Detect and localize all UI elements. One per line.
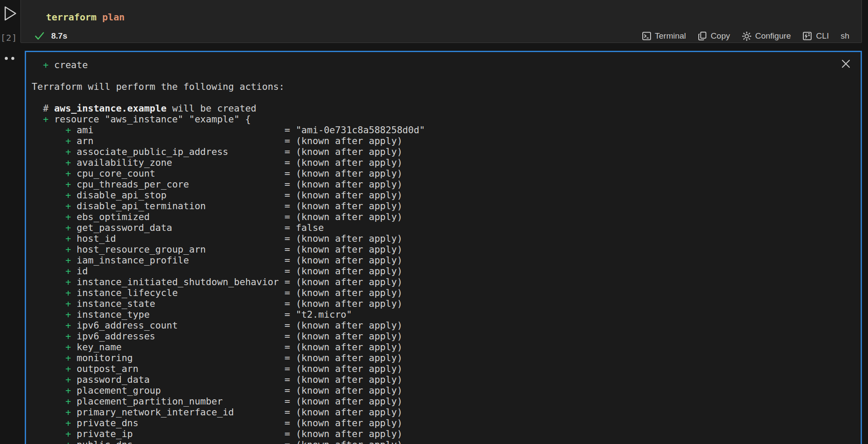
attr-name: password_data: [77, 374, 279, 385]
attr-value: false: [296, 222, 324, 233]
attr-name: private_ip: [77, 428, 279, 439]
add-symbol: +: [66, 266, 71, 276]
attr-name: get_password_data: [77, 222, 279, 233]
add-symbol: +: [66, 396, 71, 407]
attr-name: availability_zone: [77, 157, 279, 168]
tf-attr-line: + monitoring = (known after apply): [32, 352, 861, 363]
tf-attr-line: + get_password_data = false: [32, 222, 861, 233]
attr-value: (known after apply): [296, 342, 402, 352]
attr-name: monitoring: [77, 352, 279, 363]
attr-name: instance_type: [77, 309, 279, 320]
attr-value: (known after apply): [296, 190, 402, 201]
tf-attr-line: + ami = "ami-0e731c8a588258d0d": [32, 125, 861, 135]
command-line[interactable]: terraformplan: [46, 12, 130, 23]
add-symbol: +: [66, 201, 71, 211]
add-symbol: +: [66, 418, 71, 428]
attr-name: host_resource_group_arn: [77, 244, 279, 255]
tf-attr-line: + password_data = (known after apply): [32, 374, 861, 385]
tf-attr-line: + outpost_arn = (known after apply): [32, 363, 861, 374]
resource-address: aws_instance.example: [54, 103, 167, 114]
tf-attr-line: + instance_state = (known after apply): [32, 298, 861, 309]
attr-name: instance_initiated_shutdown_behavior: [77, 276, 279, 287]
tf-attr-line: + private_ip = (known after apply): [32, 428, 861, 439]
copy-button[interactable]: Copy: [698, 31, 730, 41]
tf-attr-line: + instance_type = "t2.micro": [32, 309, 861, 320]
attr-name: arn: [77, 135, 279, 146]
terminal-button-label: Terminal: [655, 31, 686, 41]
tf-blank-line: [32, 70, 861, 81]
tf-attr-line: + instance_initiated_shutdown_behavior =…: [32, 276, 861, 287]
attr-name: outpost_arn: [77, 363, 279, 374]
tf-attr-line: + ipv6_address_count = (known after appl…: [32, 320, 861, 331]
dot-icon: [11, 57, 14, 60]
add-symbol: +: [66, 146, 71, 157]
run-cell-button[interactable]: [3, 5, 18, 22]
cli-button[interactable]: CLI: [802, 31, 829, 41]
add-symbol: +: [66, 374, 71, 385]
attr-value: (known after apply): [296, 255, 402, 266]
tf-attr-line: + ebs_optimized = (known after apply): [32, 211, 861, 222]
tf-blank-line: [32, 92, 861, 103]
attr-value: (known after apply): [296, 157, 402, 168]
tf-attr-line: + placement_partition_number = (known af…: [32, 396, 861, 407]
success-check-icon: [34, 31, 45, 41]
cell-actions-dots[interactable]: [5, 57, 14, 60]
attr-value: (known after apply): [296, 407, 402, 418]
attr-value: (known after apply): [296, 396, 402, 407]
attr-value: (known after apply): [296, 168, 402, 179]
tf-attr-line: + instance_lifecycle = (known after appl…: [32, 287, 861, 298]
configure-button[interactable]: Configure: [742, 31, 791, 41]
gear-icon: [742, 31, 752, 41]
add-symbol: +: [66, 342, 71, 352]
attr-name: instance_state: [77, 298, 279, 309]
attr-name: host_id: [77, 233, 279, 244]
tf-resource-header-line: + resource "aws_instance" "example" {: [32, 114, 861, 125]
attr-value: (known after apply): [296, 146, 402, 157]
attr-name: public_dns: [77, 439, 279, 444]
attr-name: placement_partition_number: [77, 396, 279, 407]
attr-value: (known after apply): [296, 428, 402, 439]
add-symbol: +: [66, 168, 71, 179]
add-symbol: +: [66, 407, 71, 418]
tf-attr-line: + private_dns = (known after apply): [32, 418, 861, 428]
attr-value: (known after apply): [296, 276, 402, 287]
tf-attr-line: + associate_public_ip_address = (known a…: [32, 146, 861, 157]
code-cell: terraformplan 8.7s Terminal Copy: [20, 0, 862, 43]
terminal-icon: [642, 31, 651, 41]
close-output-button[interactable]: [840, 58, 852, 70]
execution-duration: 8.7s: [51, 31, 67, 41]
attr-name: associate_public_ip_address: [77, 146, 279, 157]
attr-value: (known after apply): [296, 352, 402, 363]
terminal-button[interactable]: Terminal: [642, 31, 686, 41]
attr-name: ebs_optimized: [77, 211, 279, 222]
tf-attr-line: + cpu_core_count = (known after apply): [32, 168, 861, 179]
tf-attr-line: + placement_group = (known after apply): [32, 385, 861, 396]
attr-value: (known after apply): [296, 418, 402, 428]
attr-value: (known after apply): [296, 320, 402, 331]
attr-name: iam_instance_profile: [77, 255, 279, 266]
attr-value: (known after apply): [296, 135, 402, 146]
add-symbol: +: [66, 309, 71, 320]
copy-icon: [698, 31, 707, 41]
play-outline-icon: [3, 5, 17, 22]
attr-value: (known after apply): [296, 363, 402, 374]
add-symbol: +: [66, 363, 71, 374]
dot-icon: [5, 57, 8, 60]
add-symbol: +: [66, 428, 71, 439]
close-icon: [841, 59, 851, 69]
add-symbol: +: [43, 114, 49, 125]
tf-attr-line: + iam_instance_profile = (known after ap…: [32, 255, 861, 266]
attr-value: (known after apply): [296, 439, 402, 444]
attr-value: (known after apply): [296, 331, 402, 342]
attr-value: "ami-0e731c8a588258d0d": [296, 125, 425, 135]
add-symbol: +: [66, 276, 71, 287]
tf-attr-line: + host_resource_group_arn = (known after…: [32, 244, 861, 255]
tf-attr-line: + key_name = (known after apply): [32, 342, 861, 352]
tf-resource-comment-line: # aws_instance.example will be created: [32, 103, 861, 114]
attr-value: (known after apply): [296, 233, 402, 244]
add-symbol: +: [66, 233, 71, 244]
add-symbol: +: [66, 222, 71, 233]
attr-name: private_dns: [77, 418, 279, 428]
cli-button-label: CLI: [816, 31, 829, 41]
add-symbol: +: [66, 157, 71, 168]
